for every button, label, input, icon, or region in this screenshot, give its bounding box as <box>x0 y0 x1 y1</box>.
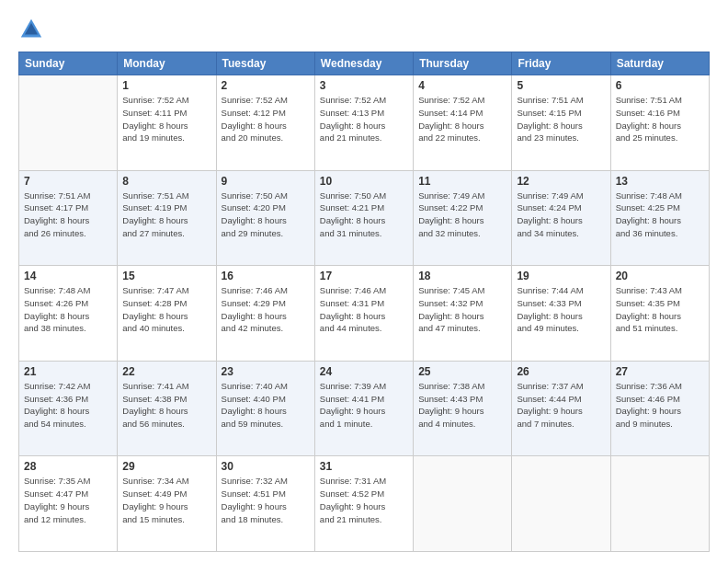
calendar-cell: 16Sunrise: 7:46 AM Sunset: 4:29 PM Dayli… <box>216 266 314 362</box>
day-info: Sunrise: 7:32 AM Sunset: 4:51 PM Dayligh… <box>222 475 310 525</box>
day-number: 30 <box>222 460 310 473</box>
day-number: 9 <box>222 175 310 188</box>
calendar-cell: 28Sunrise: 7:35 AM Sunset: 4:47 PM Dayli… <box>19 456 118 552</box>
day-number: 5 <box>517 79 605 92</box>
logo <box>18 17 48 42</box>
calendar-week-row: 1Sunrise: 7:52 AM Sunset: 4:11 PM Daylig… <box>19 75 710 171</box>
day-info: Sunrise: 7:39 AM Sunset: 4:41 PM Dayligh… <box>320 380 408 431</box>
day-info: Sunrise: 7:46 AM Sunset: 4:31 PM Dayligh… <box>320 284 408 335</box>
calendar-cell <box>19 75 118 171</box>
calendar-cell: 8Sunrise: 7:51 AM Sunset: 4:19 PM Daylig… <box>118 170 216 266</box>
calendar-cell: 6Sunrise: 7:51 AM Sunset: 4:16 PM Daylig… <box>610 75 709 171</box>
calendar-cell: 14Sunrise: 7:48 AM Sunset: 4:26 PM Dayli… <box>19 266 118 362</box>
weekday-header-monday: Monday <box>118 52 216 75</box>
day-info: Sunrise: 7:36 AM Sunset: 4:46 PM Dayligh… <box>616 380 704 431</box>
calendar-week-row: 14Sunrise: 7:48 AM Sunset: 4:26 PM Dayli… <box>19 266 710 362</box>
day-number: 25 <box>418 365 506 378</box>
day-info: Sunrise: 7:51 AM Sunset: 4:17 PM Dayligh… <box>24 190 112 240</box>
day-info: Sunrise: 7:48 AM Sunset: 4:25 PM Dayligh… <box>616 190 704 240</box>
day-info: Sunrise: 7:45 AM Sunset: 4:32 PM Dayligh… <box>418 284 506 335</box>
day-info: Sunrise: 7:47 AM Sunset: 4:28 PM Dayligh… <box>122 284 210 335</box>
calendar-cell: 5Sunrise: 7:51 AM Sunset: 4:15 PM Daylig… <box>512 75 610 171</box>
day-info: Sunrise: 7:37 AM Sunset: 4:44 PM Dayligh… <box>517 380 605 431</box>
day-number: 3 <box>320 79 408 92</box>
day-number: 21 <box>24 365 112 378</box>
calendar-cell: 2Sunrise: 7:52 AM Sunset: 4:12 PM Daylig… <box>216 75 314 171</box>
day-info: Sunrise: 7:49 AM Sunset: 4:24 PM Dayligh… <box>517 190 605 240</box>
day-number: 31 <box>320 460 408 473</box>
weekday-header-thursday: Thursday <box>414 52 512 75</box>
calendar-cell: 18Sunrise: 7:45 AM Sunset: 4:32 PM Dayli… <box>414 266 512 362</box>
day-info: Sunrise: 7:44 AM Sunset: 4:33 PM Dayligh… <box>517 284 605 335</box>
day-number: 24 <box>320 365 408 378</box>
calendar-cell: 12Sunrise: 7:49 AM Sunset: 4:24 PM Dayli… <box>512 170 610 266</box>
day-number: 29 <box>122 460 210 473</box>
day-number: 22 <box>122 365 210 378</box>
day-number: 13 <box>616 175 704 188</box>
day-info: Sunrise: 7:46 AM Sunset: 4:29 PM Dayligh… <box>222 284 310 335</box>
day-number: 7 <box>24 175 112 188</box>
calendar-cell <box>610 456 709 552</box>
calendar-cell: 1Sunrise: 7:52 AM Sunset: 4:11 PM Daylig… <box>118 75 216 171</box>
calendar-cell: 30Sunrise: 7:32 AM Sunset: 4:51 PM Dayli… <box>216 456 314 552</box>
day-info: Sunrise: 7:48 AM Sunset: 4:26 PM Dayligh… <box>24 284 112 335</box>
calendar-cell: 29Sunrise: 7:34 AM Sunset: 4:49 PM Dayli… <box>118 456 216 552</box>
weekday-header-wednesday: Wednesday <box>314 52 413 75</box>
day-number: 28 <box>24 460 112 473</box>
day-info: Sunrise: 7:40 AM Sunset: 4:40 PM Dayligh… <box>222 380 310 431</box>
calendar-cell: 17Sunrise: 7:46 AM Sunset: 4:31 PM Dayli… <box>314 266 413 362</box>
calendar-cell: 13Sunrise: 7:48 AM Sunset: 4:25 PM Dayli… <box>610 170 709 266</box>
day-info: Sunrise: 7:51 AM Sunset: 4:19 PM Dayligh… <box>122 190 210 240</box>
calendar-cell: 27Sunrise: 7:36 AM Sunset: 4:46 PM Dayli… <box>610 361 709 456</box>
day-info: Sunrise: 7:35 AM Sunset: 4:47 PM Dayligh… <box>24 475 112 525</box>
day-info: Sunrise: 7:52 AM Sunset: 4:13 PM Dayligh… <box>320 94 408 144</box>
day-info: Sunrise: 7:51 AM Sunset: 4:16 PM Dayligh… <box>616 94 704 144</box>
calendar-cell: 20Sunrise: 7:43 AM Sunset: 4:35 PM Dayli… <box>610 266 709 362</box>
calendar-week-row: 28Sunrise: 7:35 AM Sunset: 4:47 PM Dayli… <box>19 456 710 552</box>
day-number: 27 <box>616 365 704 378</box>
page: SundayMondayTuesdayWednesdayThursdayFrid… <box>0 0 728 563</box>
calendar-cell <box>512 456 610 552</box>
day-number: 23 <box>222 365 310 378</box>
day-info: Sunrise: 7:52 AM Sunset: 4:11 PM Dayligh… <box>122 94 210 144</box>
day-info: Sunrise: 7:43 AM Sunset: 4:35 PM Dayligh… <box>616 284 704 335</box>
day-number: 19 <box>517 270 605 282</box>
calendar-table: SundayMondayTuesdayWednesdayThursdayFrid… <box>18 52 710 552</box>
calendar-cell: 11Sunrise: 7:49 AM Sunset: 4:22 PM Dayli… <box>414 170 512 266</box>
calendar-cell: 23Sunrise: 7:40 AM Sunset: 4:40 PM Dayli… <box>216 361 314 456</box>
day-number: 4 <box>418 79 506 92</box>
calendar-cell: 26Sunrise: 7:37 AM Sunset: 4:44 PM Dayli… <box>512 361 610 456</box>
day-number: 11 <box>418 175 506 188</box>
calendar-cell: 7Sunrise: 7:51 AM Sunset: 4:17 PM Daylig… <box>19 170 118 266</box>
weekday-header-row: SundayMondayTuesdayWednesdayThursdayFrid… <box>19 52 710 75</box>
calendar-cell <box>414 456 512 552</box>
day-info: Sunrise: 7:50 AM Sunset: 4:20 PM Dayligh… <box>222 190 310 240</box>
weekday-header-tuesday: Tuesday <box>216 52 314 75</box>
day-number: 15 <box>122 270 210 282</box>
day-number: 8 <box>122 175 210 188</box>
day-info: Sunrise: 7:52 AM Sunset: 4:14 PM Dayligh… <box>418 94 506 144</box>
weekday-header-saturday: Saturday <box>610 52 709 75</box>
weekday-header-sunday: Sunday <box>19 52 118 75</box>
day-number: 1 <box>122 79 210 92</box>
weekday-header-friday: Friday <box>512 52 610 75</box>
day-info: Sunrise: 7:42 AM Sunset: 4:36 PM Dayligh… <box>24 380 112 431</box>
logo-icon <box>18 17 44 42</box>
day-number: 20 <box>616 270 704 282</box>
calendar-week-row: 21Sunrise: 7:42 AM Sunset: 4:36 PM Dayli… <box>19 361 710 456</box>
day-number: 18 <box>418 270 506 282</box>
calendar-cell: 9Sunrise: 7:50 AM Sunset: 4:20 PM Daylig… <box>216 170 314 266</box>
calendar-cell: 25Sunrise: 7:38 AM Sunset: 4:43 PM Dayli… <box>414 361 512 456</box>
day-number: 26 <box>517 365 605 378</box>
day-info: Sunrise: 7:34 AM Sunset: 4:49 PM Dayligh… <box>122 475 210 525</box>
day-info: Sunrise: 7:41 AM Sunset: 4:38 PM Dayligh… <box>122 380 210 431</box>
calendar-cell: 10Sunrise: 7:50 AM Sunset: 4:21 PM Dayli… <box>314 170 413 266</box>
calendar-cell: 3Sunrise: 7:52 AM Sunset: 4:13 PM Daylig… <box>314 75 413 171</box>
calendar-cell: 24Sunrise: 7:39 AM Sunset: 4:41 PM Dayli… <box>314 361 413 456</box>
day-info: Sunrise: 7:31 AM Sunset: 4:52 PM Dayligh… <box>320 475 408 525</box>
calendar-cell: 22Sunrise: 7:41 AM Sunset: 4:38 PM Dayli… <box>118 361 216 456</box>
header <box>18 17 710 42</box>
calendar-week-row: 7Sunrise: 7:51 AM Sunset: 4:17 PM Daylig… <box>19 170 710 266</box>
day-number: 17 <box>320 270 408 282</box>
day-info: Sunrise: 7:52 AM Sunset: 4:12 PM Dayligh… <box>222 94 310 144</box>
